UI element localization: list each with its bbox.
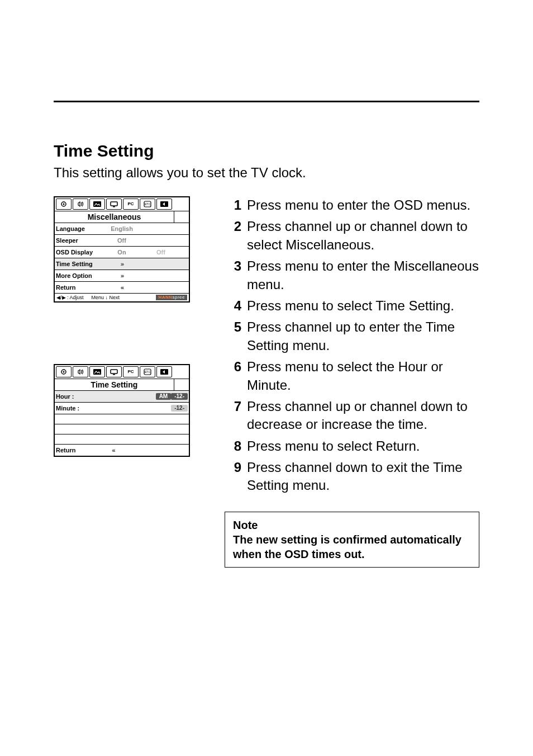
osd-empty-row xyxy=(55,414,189,424)
osd-header-row: Time Setting xyxy=(55,379,189,390)
svg-point-1 xyxy=(63,204,65,205)
step-item: 7Press channel up or channel down to dec… xyxy=(225,398,479,434)
osd-header-gap xyxy=(174,211,189,223)
svg-text:ETC: ETC xyxy=(145,202,150,206)
osd-tab-image-icon xyxy=(89,199,105,210)
osd-tab-pc: PC xyxy=(123,199,139,210)
osd-miscellaneous: PC ETC Miscellaneous Language English Sl… xyxy=(54,196,190,303)
row-label: Return xyxy=(56,285,99,291)
svg-rect-10 xyxy=(93,369,101,375)
steps-list: 1Press menu to enter the OSD menus. 2Pre… xyxy=(225,196,479,495)
osd-row-minute: Minute : -12- xyxy=(55,402,189,414)
svg-point-9 xyxy=(63,371,65,373)
osd-row-language: Language English xyxy=(55,223,189,234)
step-item: 9Press channel down to exit the Time Set… xyxy=(225,459,479,495)
step-number: 8 xyxy=(225,437,241,455)
step-number: 4 xyxy=(225,297,241,315)
row-arrow-left-icon: ‹‹‹ xyxy=(112,447,115,453)
note-title: Note xyxy=(233,518,471,532)
osd-row-return: Return ‹‹‹ xyxy=(55,281,189,293)
step-number: 7 xyxy=(225,398,241,434)
footer-menu-next: Menu ↓ Next xyxy=(92,295,120,300)
step-text: Press channel up to enter the Time Setti… xyxy=(247,318,479,355)
row-value: English xyxy=(99,226,144,232)
row-arrow-right-icon: ››› xyxy=(99,261,144,267)
step-text: Press channel up or channel down to decr… xyxy=(247,398,479,434)
step-item: 6Press menu to select the Hour or Minute… xyxy=(225,358,479,394)
step-item: 5Press channel up to enter the Time Sett… xyxy=(225,318,479,355)
footer-brand: HANNspree xyxy=(156,295,187,300)
row-label: OSD Display xyxy=(56,249,99,256)
brand-prefix: HANN xyxy=(158,295,172,300)
row-label: Minute : xyxy=(56,405,89,412)
top-rule xyxy=(54,101,479,102)
osd-empty-row xyxy=(55,434,189,444)
osd-header: Miscellaneous xyxy=(55,211,174,223)
minute-value-group: -12- xyxy=(171,405,188,412)
osd-tab-monitor-icon xyxy=(106,366,122,377)
note-body: The new setting is confirmed automatical… xyxy=(233,532,471,561)
step-text: Press menu to select Time Setting. xyxy=(247,297,479,315)
row-label: Hour : xyxy=(56,394,89,400)
osd-tab-picture-icon xyxy=(56,199,72,210)
step-number: 2 xyxy=(225,218,241,254)
svg-text:ETC: ETC xyxy=(145,370,150,374)
row-arrow-left-icon: ‹‹‹ xyxy=(99,285,144,291)
page: Time Setting This setting allows you to … xyxy=(0,101,533,756)
step-item: 2Press channel up or channel down to sel… xyxy=(225,218,479,254)
row-label: Language xyxy=(56,226,99,232)
step-item: 3Press menu to enter the Miscellaneous m… xyxy=(225,257,479,294)
step-item: 8Press menu to select Return. xyxy=(225,437,479,455)
osd-header: Time Setting xyxy=(55,379,174,390)
osd-header-row: Miscellaneous xyxy=(55,211,189,223)
svg-rect-11 xyxy=(111,370,117,374)
osd-time-setting: PC ETC Time Setting Hour : AM -12- xyxy=(54,364,190,457)
note-box: Note The new setting is confirmed automa… xyxy=(225,512,479,568)
content-row: PC ETC Miscellaneous Language English Sl… xyxy=(54,196,479,568)
step-text: Press menu to select the Hour or Minute. xyxy=(247,358,479,394)
row-arrow-right-icon: ››› xyxy=(99,273,144,279)
osd-tab-strip: PC ETC xyxy=(55,365,189,379)
osd-row-osd-display: OSD Display On Off xyxy=(55,246,189,258)
osd-row-time-setting: Time Setting ››› xyxy=(55,258,189,270)
osd-row-sleeper: Sleeper Off xyxy=(55,234,189,246)
row-label: Time Setting xyxy=(56,261,99,267)
row-label: Sleeper xyxy=(56,238,99,244)
minute-value: -12- xyxy=(171,405,188,412)
hour-value: -12- xyxy=(171,393,188,400)
row-label: Return xyxy=(56,447,89,453)
osd-row-more-option: More Option ››› xyxy=(55,270,189,281)
step-number: 9 xyxy=(225,459,241,495)
step-text: Press menu to select Return. xyxy=(247,437,479,455)
row-value-alt: Off xyxy=(144,249,178,256)
osd-tab-av-icon xyxy=(156,199,172,210)
left-column: PC ETC Miscellaneous Language English Sl… xyxy=(54,196,193,568)
step-number: 6 xyxy=(225,358,241,394)
svg-rect-4 xyxy=(113,206,115,207)
pc-label: PC xyxy=(127,202,134,206)
row-value: Off xyxy=(99,238,144,244)
footer-adjust: ◀/▶ : Adjust xyxy=(56,295,84,300)
section-title: Time Setting xyxy=(54,141,479,160)
osd-tab-monitor-icon xyxy=(106,199,122,210)
osd-tab-pc: PC xyxy=(123,366,139,377)
osd-tab-sound-icon xyxy=(73,199,88,210)
step-text: Press channel up or channel down to sele… xyxy=(247,218,479,254)
step-number: 5 xyxy=(225,318,241,355)
osd-row-return: Return ‹‹‹ xyxy=(55,444,189,456)
step-text: Press menu to enter the Miscellaneous me… xyxy=(247,257,479,294)
osd-footer: ◀/▶ : Adjust Menu ↓ Next HANNspree xyxy=(55,293,189,301)
osd-tab-av-icon xyxy=(156,366,172,377)
svg-rect-2 xyxy=(93,201,101,207)
svg-rect-3 xyxy=(111,202,117,206)
step-item: 1Press menu to enter the OSD menus. xyxy=(225,196,479,214)
hour-value-group: AM -12- xyxy=(156,393,188,400)
osd-tab-etc-icon: ETC xyxy=(140,366,155,377)
osd-header-gap xyxy=(174,379,189,390)
osd-empty-row xyxy=(55,424,189,434)
row-value: On xyxy=(99,249,144,256)
osd-tab-picture-icon xyxy=(56,366,72,377)
svg-rect-12 xyxy=(113,374,115,375)
pc-label: PC xyxy=(127,370,134,374)
step-item: 4Press menu to select Time Setting. xyxy=(225,297,479,315)
